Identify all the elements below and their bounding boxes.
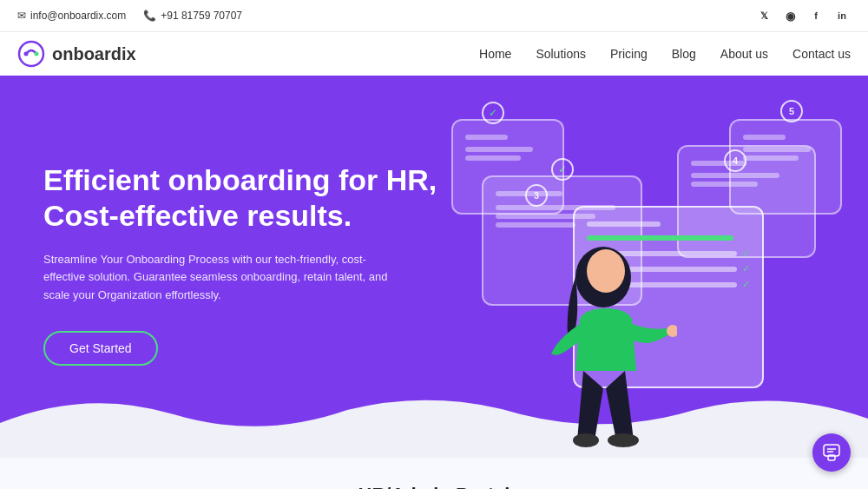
svg-point-5 <box>573 433 599 447</box>
hero-title: Efficient onboarding for HR, Cost-effect… <box>43 162 460 234</box>
phone-text: +91 81759 70707 <box>161 10 242 22</box>
logo[interactable]: onboardix <box>17 40 136 68</box>
linkedin-icon[interactable]: in <box>833 7 851 24</box>
svg-point-6 <box>608 433 639 447</box>
below-hero-title: HR/Admin Portal <box>0 484 868 489</box>
phone-icon: 📞 <box>143 10 156 22</box>
hero-illustration: ✓ 5 ✓ 4 3 <box>434 93 851 458</box>
nav-pricing[interactable]: Pricing <box>610 47 648 61</box>
email-icon: ✉ <box>17 10 26 22</box>
nav-links: Home Solutions Pricing Blog About us Con… <box>479 47 851 61</box>
logo-icon <box>17 40 45 68</box>
email-text: info@onboardix.com <box>30 10 126 22</box>
hero-subtitle: Streamline Your Onboarding Process with … <box>43 251 408 305</box>
svg-point-7 <box>667 325 677 337</box>
twitter-icon[interactable]: 𝕏 <box>755 7 773 24</box>
nav-about[interactable]: About us <box>720 47 768 61</box>
phone-info: 📞 +91 81759 70707 <box>143 10 242 22</box>
top-bar-social: 𝕏 ◉ f in <box>755 7 851 24</box>
hero-content: Efficient onboarding for HR, Cost-effect… <box>43 110 460 366</box>
facebook-icon[interactable]: f <box>807 7 825 24</box>
main-nav: onboardix Home Solutions Pricing Blog Ab… <box>0 32 868 76</box>
svg-point-1 <box>24 52 29 56</box>
svg-point-2 <box>35 52 39 56</box>
logo-text: onboardix <box>52 44 136 64</box>
hero-section: Efficient onboarding for HR, Cost-effect… <box>0 76 868 458</box>
nav-solutions[interactable]: Solutions <box>536 47 586 61</box>
top-bar-left: ✉ info@onboardix.com 📞 +91 81759 70707 <box>17 10 242 22</box>
person-figure <box>521 215 677 458</box>
top-bar: ✉ info@onboardix.com 📞 +91 81759 70707 𝕏… <box>0 0 868 32</box>
instagram-icon[interactable]: ◉ <box>781 7 799 24</box>
nav-home[interactable]: Home <box>479 47 511 61</box>
nav-contact[interactable]: Contact us <box>792 47 851 61</box>
get-started-button[interactable]: Get Started <box>43 331 158 366</box>
svg-point-0 <box>19 42 43 66</box>
card-container: ✓ 5 ✓ 4 3 <box>434 93 851 458</box>
below-hero: HR/Admin Portal <box>0 458 868 489</box>
svg-point-4 <box>587 249 625 293</box>
nav-blog[interactable]: Blog <box>672 47 696 61</box>
email-info: ✉ info@onboardix.com <box>17 10 126 22</box>
